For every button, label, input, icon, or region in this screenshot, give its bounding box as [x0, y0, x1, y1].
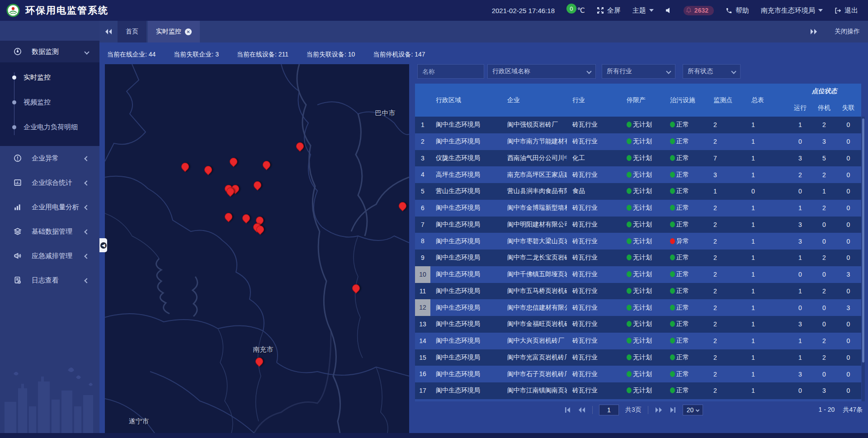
range-label: 1 - 20 [819, 406, 835, 414]
cell-region: 阆中生态环境局 [430, 337, 502, 345]
cell-points: 2 [708, 204, 746, 212]
cell-points: 2 [708, 221, 746, 228]
page-size-select[interactable]: 20 [683, 405, 703, 415]
table-scrollbar[interactable] [862, 117, 865, 401]
table-row[interactable]: 16阆中生态环境局阆中市石子页岩机砖厂砖瓦行业无计划正常21300 [415, 366, 861, 382]
fullscreen-button[interactable]: 全屏 [597, 6, 621, 15]
notification-badge[interactable]: 2632 [684, 6, 714, 15]
help-label: 帮助 [736, 6, 749, 15]
cell-plan: 无计划 [621, 353, 665, 362]
table-row[interactable]: 10阆中生态环境局阆中千佛镇五郎垭页岩砖瓦行业无计划正常21003 [415, 266, 861, 283]
sidebar-subitem[interactable]: 视频监控 [0, 90, 99, 115]
first-page-button[interactable] [564, 407, 571, 413]
table-row[interactable]: 14阆中生态环境局阆中大兴页岩机砖厂砖瓦行业无计划正常21120 [415, 333, 861, 349]
region-filter-select[interactable]: 行政区域名称 [487, 64, 596, 79]
status-filter-select[interactable]: 所有状态 [683, 64, 741, 79]
sidebar-item[interactable]: 企业用电量分析 [0, 195, 99, 219]
cell-meters: 1 [746, 271, 788, 278]
tab-close-icon[interactable]: ✕ [185, 28, 192, 35]
org-dropdown[interactable]: 南充市生态环境局 [761, 6, 823, 15]
table-row[interactable]: 7阆中生态环境局阆中明阳建材有限公司砖瓦行业无计划正常21300 [415, 217, 861, 233]
last-page-button[interactable] [669, 407, 676, 413]
cell-run: 1 [788, 337, 813, 344]
tabs-scroll-left-button[interactable] [99, 21, 118, 42]
name-filter-input[interactable] [422, 68, 479, 75]
name-filter-field[interactable] [417, 64, 484, 79]
status-dot-green [670, 172, 675, 178]
tabs-scroll-right-button[interactable] [805, 28, 823, 35]
page-number-input[interactable] [599, 405, 619, 415]
table-row[interactable]: 4高坪生态环境局南充市高坪区王家店建砖瓦行业无计划正常31220 [415, 166, 861, 183]
status-dot-green [670, 138, 675, 144]
prev-page-button[interactable] [578, 407, 586, 413]
tab-实时监控[interactable]: 实时监控✕ [148, 21, 200, 42]
next-page-button[interactable] [655, 407, 663, 413]
cell-industry: 砖瓦行业 [567, 121, 621, 129]
collapse-arrow-icon: ◀ [100, 242, 107, 249]
cell-index: 14 [415, 333, 430, 349]
cell-stop: 0 [813, 304, 835, 311]
cell-index: 12 [415, 299, 430, 316]
cell-industry: 砖瓦行业 [567, 137, 621, 146]
app-logo-icon [6, 4, 20, 17]
sidebar-item[interactable]: 数据监测 [0, 41, 99, 62]
sidebar-item[interactable]: 企业异常 [0, 146, 99, 170]
table-row[interactable]: 13阆中生态环境局阆中市金福旺页岩机砖砖瓦行业无计划正常21300 [415, 316, 861, 333]
cell-region: 仪陇生态环境局 [430, 154, 502, 162]
cell-industry: 砖瓦行业 [567, 237, 621, 245]
sidebar-subitem[interactable]: 企业电力负荷明细 [0, 115, 99, 140]
logout-button[interactable]: 退出 [835, 6, 858, 15]
help-button[interactable]: 帮助 [726, 6, 749, 15]
cell-meters: 1 [746, 254, 788, 261]
sidebar-item[interactable]: 基础数据管理 [0, 219, 99, 244]
cell-region: 阆中生态环境局 [430, 270, 502, 278]
table-row[interactable]: 15阆中生态环境局阆中市光富页岩机砖厂砖瓦行业无计划正常21120 [415, 349, 861, 366]
sidebar-item[interactable]: 应急减排管理 [0, 244, 99, 268]
map-panel[interactable]: 巴中市南充市遂宁市 [105, 64, 409, 433]
cell-run: 3 [788, 155, 813, 162]
total-pages-label: 共3页 [625, 406, 642, 414]
cell-meters: 1 [746, 304, 788, 311]
table-row[interactable]: 9阆中生态环境局阆中市二龙长宝页岩砖砖瓦行业无计划正常21120 [415, 250, 861, 266]
table-row[interactable]: 17阆中生态环境局阆中市江南镇阆南页岩砖瓦行业无计划正常21030 [415, 382, 861, 399]
table-row[interactable]: 3仪陇生态环境局西南油气田分公司川中化工无计划正常71350 [415, 150, 861, 167]
mute-button[interactable] [665, 7, 672, 14]
cell-stop: 2 [813, 337, 835, 344]
speaker-icon [665, 7, 672, 14]
status-dot-green [627, 305, 632, 311]
cell-company: 阆中市忠信建材有限公 [502, 304, 567, 312]
industry-filter-select[interactable]: 所有行业 [602, 64, 675, 79]
cell-points: 1 [708, 188, 746, 195]
table-row[interactable]: 1阆中生态环境局阆中强锐页岩砖厂砖瓦行业无计划正常21120 [415, 117, 861, 133]
table-row[interactable]: 5营山生态环境局营山县润丰肉食品有限食品无计划正常10010 [415, 183, 861, 200]
gauge-icon [14, 47, 22, 56]
table-row[interactable]: 12阆中生态环境局阆中市忠信建材有限公砖瓦行业无计划正常21003 [415, 299, 861, 316]
sidebar-subitem[interactable]: 实时监控 [0, 65, 99, 90]
chevron-left-icon [84, 278, 89, 283]
theme-dropdown[interactable]: 主题 [632, 6, 654, 15]
fullscreen-label: 全屏 [607, 6, 621, 15]
table-row[interactable]: 8阆中生态环境局阆中市枣碧大梁山页岩砖瓦行业无计划异常21300 [415, 233, 861, 250]
status-dot-green [670, 305, 675, 311]
cell-meters: 1 [746, 171, 788, 179]
cell-points: 2 [708, 121, 746, 128]
table-row[interactable]: 2阆中生态环境局阆中市南方节能建材有砖瓦行业无计划正常21030 [415, 133, 861, 150]
status-dot-green [670, 188, 675, 194]
close-operations-button[interactable]: 关闭操作 [835, 28, 860, 36]
status-dot-green [627, 122, 632, 127]
cell-company: 阆中市金博瑞新型墙材 [502, 204, 567, 212]
cell-lost: 0 [835, 354, 861, 361]
sidebar-collapse-handle[interactable]: ◀ [99, 238, 107, 252]
cell-company: 南充市高坪区王家店建 [502, 171, 567, 179]
sidebar-item[interactable]: 企业综合统计 [0, 170, 99, 195]
tab-首页[interactable]: 首页 [118, 21, 146, 42]
status-dot-green [670, 387, 675, 393]
table-row[interactable]: 11阆中生态环境局阆中市五马桥页岩机砖砖瓦行业无计划正常21120 [415, 283, 861, 300]
cell-stop: 3 [813, 387, 835, 394]
skyline-decoration [0, 361, 99, 438]
chevron-down-icon [666, 69, 671, 74]
cell-facility: 正常 [665, 270, 708, 278]
table-row[interactable]: 6阆中生态环境局阆中市金博瑞新型墙材砖瓦行业无计划正常21120 [415, 200, 861, 217]
cell-points: 2 [708, 371, 746, 378]
sidebar-item[interactable]: 日志查看 [0, 268, 99, 292]
